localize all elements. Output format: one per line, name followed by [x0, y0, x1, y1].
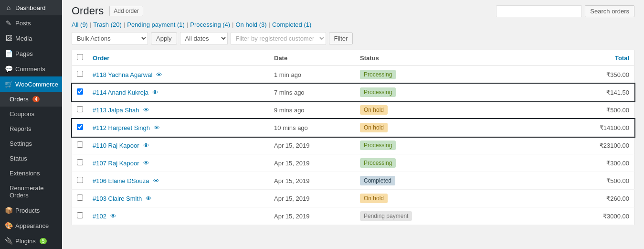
- sidebar-item-posts[interactable]: ✎ Posts: [0, 15, 62, 31]
- table-row: #103 Claire Smith👁Apr 15, 2019On hold₹26…: [72, 190, 634, 207]
- order-total: ₹500.00: [451, 172, 634, 190]
- row-checkbox[interactable]: [77, 177, 83, 183]
- sidebar-item-reports[interactable]: Reports: [0, 121, 62, 136]
- sidebar-item-appearance[interactable]: 🎨 Appearance: [0, 218, 62, 233]
- col-header-total[interactable]: Total: [451, 50, 634, 66]
- order-link[interactable]: #107 Raj Kapoor: [93, 160, 139, 167]
- sidebar-item-renumerate[interactable]: Renumerate Orders: [0, 181, 62, 203]
- view-icon[interactable]: 👁: [143, 142, 149, 149]
- view-icon[interactable]: 👁: [146, 195, 152, 202]
- page-title: Orders: [72, 5, 104, 17]
- col-header-order[interactable]: Order: [88, 50, 269, 66]
- sidebar-item-orders[interactable]: Orders 4: [0, 92, 62, 107]
- search-orders-button[interactable]: Search orders: [585, 5, 634, 17]
- table-row: #102👁Apr 15, 2019Pending payment₹3000.00: [72, 207, 634, 225]
- search-orders-input[interactable]: [496, 5, 582, 17]
- products-icon: 📦: [5, 206, 12, 214]
- sidebar-item-status[interactable]: Status: [0, 151, 62, 166]
- sidebar-item-pages[interactable]: 📄 Pages: [0, 46, 62, 61]
- sidebar-item-settings-woo[interactable]: Settings: [0, 136, 62, 151]
- tab-all[interactable]: All (9): [72, 21, 88, 28]
- tab-on-hold[interactable]: On hold (3): [236, 21, 267, 28]
- status-badge: Processing: [360, 158, 396, 168]
- status-badge: Processing: [360, 70, 396, 79]
- order-total: ₹3000.00: [451, 207, 634, 225]
- sidebar-item-comments[interactable]: 💬 Comments: [0, 61, 62, 76]
- sidebar-item-label: Coupons: [10, 110, 34, 118]
- plugins-icon: 🔌: [5, 237, 12, 245]
- dates-select[interactable]: All dates: [180, 32, 228, 45]
- select-all-checkbox[interactable]: [77, 54, 83, 60]
- orders-table: Order Date Status Total #118 Yachna Agar…: [72, 50, 634, 225]
- sidebar-item-coupons[interactable]: Coupons: [0, 107, 62, 121]
- order-link[interactable]: #114 Anand Kukreja: [93, 89, 148, 96]
- tab-processing[interactable]: Processing (4): [190, 21, 230, 28]
- col-header-date[interactable]: Date: [269, 50, 355, 66]
- view-icon[interactable]: 👁: [143, 107, 149, 114]
- bulk-actions-select[interactable]: Bulk Actions: [72, 32, 148, 45]
- posts-icon: ✎: [5, 19, 12, 27]
- dashboard-icon: ⌂: [5, 4, 12, 11]
- row-checkbox[interactable]: [77, 212, 83, 218]
- tab-completed[interactable]: Completed (1): [272, 21, 311, 28]
- table-row: #110 Raj Kapoor👁Apr 15, 2019Processing₹2…: [72, 137, 634, 154]
- orders-tbody: #118 Yachna Agarwal👁1 min agoProcessing₹…: [72, 66, 634, 225]
- sidebar-item-label: Reports: [10, 125, 32, 132]
- filter-customer-select[interactable]: Filter by registered customer: [231, 32, 326, 45]
- sidebar-item-dashboard[interactable]: ⌂ Dashboard: [0, 0, 62, 15]
- order-link[interactable]: #102: [93, 213, 106, 220]
- status-badge: Pending payment: [360, 211, 412, 221]
- sidebar-item-products[interactable]: 📦 Products: [0, 203, 62, 218]
- view-icon[interactable]: 👁: [143, 160, 149, 167]
- status-badge: On hold: [360, 105, 388, 115]
- row-checkbox[interactable]: [77, 71, 83, 77]
- status-badge: On hold: [360, 194, 388, 203]
- sidebar-item-label: Media: [15, 35, 32, 42]
- order-link[interactable]: #112 Harpreet Singh: [93, 124, 150, 131]
- view-icon[interactable]: 👁: [110, 213, 116, 220]
- order-link[interactable]: #113 Jalpa Shah: [93, 107, 139, 114]
- apply-button[interactable]: Apply: [151, 32, 177, 44]
- view-icon[interactable]: 👁: [152, 89, 158, 96]
- tab-pending[interactable]: Pending payment (1): [127, 21, 185, 28]
- view-icon[interactable]: 👁: [153, 177, 159, 184]
- plugins-badge: 5: [40, 238, 47, 244]
- search-area: Search orders: [496, 5, 634, 17]
- view-icon[interactable]: 👁: [154, 124, 160, 131]
- sidebar-item-label: Dashboard: [15, 4, 46, 11]
- sidebar-item-label: Renumerate Orders: [10, 184, 57, 199]
- row-checkbox[interactable]: [77, 88, 83, 95]
- sidebar-item-media[interactable]: 🖼 Media: [0, 31, 62, 46]
- order-link[interactable]: #103 Claire Smith: [93, 195, 142, 202]
- row-checkbox[interactable]: [77, 141, 83, 148]
- add-order-button[interactable]: Add order: [109, 6, 143, 16]
- view-icon[interactable]: 👁: [156, 71, 162, 78]
- page-header: Orders Add order Search orders: [72, 5, 634, 17]
- row-checkbox[interactable]: [77, 124, 83, 130]
- order-total: ₹260.00: [451, 190, 634, 207]
- order-link[interactable]: #118 Yachna Agarwal: [93, 71, 152, 78]
- sidebar-item-extensions[interactable]: Extensions: [0, 166, 62, 181]
- appearance-icon: 🎨: [5, 222, 12, 229]
- sidebar-item-label: WooCommerce: [15, 81, 58, 88]
- order-total: ₹23100.00: [451, 137, 634, 154]
- order-total: ₹300.00: [451, 154, 634, 172]
- order-date: 1 min ago: [269, 66, 355, 84]
- status-badge: On hold: [360, 123, 388, 132]
- table-row: #114 Anand Kukreja👁7 mins agoProcessing₹…: [72, 84, 634, 101]
- sidebar-item-plugins[interactable]: 🔌 Plugins 5: [0, 233, 62, 249]
- sidebar-item-woocommerce[interactable]: 🛒 WooCommerce: [0, 76, 62, 92]
- row-checkbox[interactable]: [77, 106, 83, 112]
- order-link[interactable]: #110 Raj Kapoor: [93, 142, 139, 149]
- row-checkbox[interactable]: [77, 195, 83, 201]
- sidebar-item-label: Plugins: [15, 238, 36, 245]
- tab-trash[interactable]: Trash (20): [93, 21, 121, 28]
- sidebar-item-label: Settings: [10, 140, 32, 147]
- filter-button[interactable]: Filter: [329, 32, 353, 44]
- table-row: #113 Jalpa Shah👁9 mins agoOn hold₹500.00: [72, 101, 634, 119]
- row-checkbox[interactable]: [77, 159, 83, 165]
- sidebar-item-label: Posts: [15, 20, 31, 27]
- order-link[interactable]: #106 Elaine DSouza: [93, 177, 149, 184]
- orders-label: Orders: [10, 96, 29, 103]
- filter-tabs: All (9) | Trash (20) | Pending payment (…: [72, 21, 634, 28]
